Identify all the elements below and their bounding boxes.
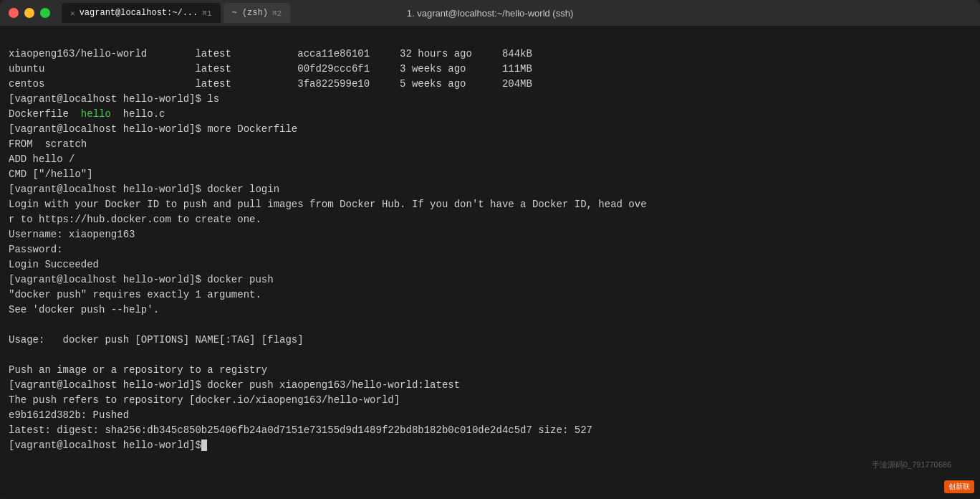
maximize-button[interactable]	[40, 8, 50, 18]
line-21	[9, 349, 14, 361]
line-16: [vagrant@localhost hello-world]$ docker …	[9, 274, 274, 285]
watermark-text: 手淦源码0_791770686	[872, 460, 951, 470]
tab-bar: ✕ vagrant@localhost:~/... ⌘1 ~ (zsh) ⌘2	[62, 3, 290, 23]
line-8: ADD hello /	[9, 153, 75, 165]
tab-2-label: ~ (zsh)	[232, 8, 268, 18]
line-11: Login with your Docker ID to push and pu…	[9, 199, 647, 210]
line-22: Push an image or a repository to a regis…	[9, 364, 267, 376]
line-15: Login Succeeded	[9, 259, 99, 270]
line-12: r to https://hub.docker.com to create on…	[9, 214, 261, 225]
tab-close-icon[interactable]: ✕	[70, 9, 75, 18]
line-9: CMD ["/hello"]	[9, 168, 93, 180]
line-7: FROM scratch	[9, 138, 87, 150]
line-19	[9, 319, 14, 331]
line-27: [vagrant@localhost hello-world]$	[9, 439, 207, 451]
terminal-window: ✕ vagrant@localhost:~/... ⌘1 ~ (zsh) ⌘2 …	[0, 0, 980, 499]
line-18: See 'docker push --help'.	[9, 304, 159, 315]
close-button[interactable]	[9, 8, 19, 18]
line-20: Usage: docker push [OPTIONS] NAME[:TAG] …	[9, 334, 304, 346]
line-13: Username: xiaopeng163	[9, 229, 135, 240]
line-24: The push refers to repository [docker.io…	[9, 394, 400, 406]
tab-1-shortcut: ⌘1	[202, 9, 211, 18]
line-23: [vagrant@localhost hello-world]$ docker …	[9, 379, 460, 391]
line-3: centos latest 3fa822599e10 5 weeks ago 2…	[9, 78, 532, 90]
titlebar: ✕ vagrant@localhost:~/... ⌘1 ~ (zsh) ⌘2 …	[0, 0, 980, 26]
line-2: ubuntu latest 00fd29ccc6f1 3 weeks ago 1…	[9, 63, 532, 75]
line-4: [vagrant@localhost hello-world]$ ls	[9, 93, 219, 105]
tab-2-shortcut: ⌘2	[272, 9, 282, 18]
tab-1[interactable]: ✕ vagrant@localhost:~/... ⌘1	[62, 3, 221, 23]
tab-1-label: vagrant@localhost:~/...	[80, 8, 198, 18]
line-5: Dockerfile hello hello.c	[9, 108, 165, 120]
line-14: Password:	[9, 244, 63, 255]
terminal-output[interactable]: xiaopeng163/hello-world latest acca11e86…	[0, 26, 980, 499]
logo-badge: 创新联	[944, 480, 974, 493]
line-26: latest: digest: sha256:db345c850b25406fb…	[9, 424, 592, 436]
traffic-lights	[9, 8, 50, 18]
tab-2[interactable]: ~ (zsh) ⌘2	[224, 3, 291, 23]
line-10: [vagrant@localhost hello-world]$ docker …	[9, 184, 279, 195]
line-6: [vagrant@localhost hello-world]$ more Do…	[9, 123, 297, 135]
window-title: 1. vagrant@localhost:~/hello-world (ssh)	[407, 8, 574, 19]
line-17: "docker push" requires exactly 1 argumen…	[9, 289, 261, 300]
line-25: e9b1612d382b: Pushed	[9, 409, 129, 421]
line-1: xiaopeng163/hello-world latest acca11e86…	[9, 48, 532, 60]
minimize-button[interactable]	[24, 8, 34, 18]
